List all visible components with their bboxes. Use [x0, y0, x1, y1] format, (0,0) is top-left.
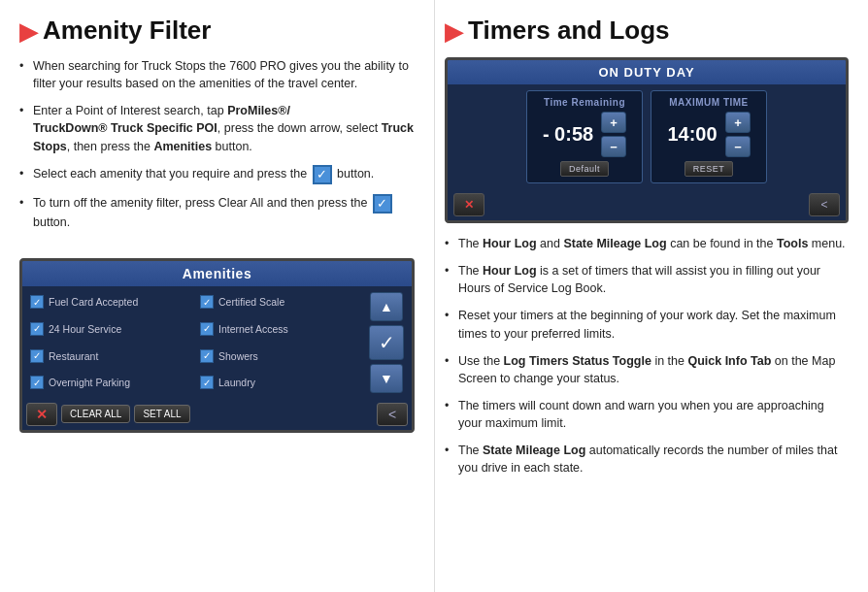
amenity-overnight[interactable]: ✓ Overnight Parking — [28, 371, 195, 395]
amenity-check-fuel: ✓ — [30, 295, 44, 309]
max-time-value: 14:00 — [667, 123, 718, 146]
amenities-close-button[interactable]: ✕ — [26, 403, 57, 426]
amenities-back-button[interactable]: < — [377, 403, 408, 426]
amenity-check-scale: ✓ — [200, 295, 214, 309]
amenity-bullet-list: When searching for Truck Stops the 7600 … — [19, 57, 415, 241]
rbullet-5: The timers will count down and warn you … — [445, 397, 849, 432]
amenity-check-overnight: ✓ — [30, 376, 44, 389]
rbullet-2-text: The Hour Log is a set of timers that wil… — [458, 264, 820, 295]
amenities-body: ✓ Fuel Card Accepted ✓ Certified Scale ✓… — [22, 286, 412, 399]
amenity-check-24hr: ✓ — [30, 322, 44, 336]
amenity-laundry[interactable]: ✓ Laundry — [198, 371, 365, 395]
max-time-panel: MAXIMUM TIME 14:00 + − RESET — [651, 90, 767, 183]
amenity-check-showers: ✓ — [200, 349, 214, 363]
bullet-3: Select each amenity that you require and… — [19, 165, 415, 184]
amenities-scroll: ▲ ✓ ▼ — [365, 290, 408, 395]
rbullet-6-text: The State Mileage Log automatically reco… — [458, 444, 837, 475]
right-panel: ▶ Timers and Logs ON DUTY DAY Time Remai… — [434, 0, 868, 592]
amenities-header: Amenities — [22, 261, 412, 286]
check-icon-1 — [313, 165, 332, 184]
amenity-label-laundry: Laundry — [218, 377, 255, 388]
play-icon: ▶ — [19, 18, 39, 44]
time-remaining-row: - 0:58 + − — [543, 112, 626, 157]
amenity-label-restaurant: Restaurant — [49, 350, 98, 362]
rbullet-2: The Hour Log is a set of timers that wil… — [445, 262, 849, 297]
amenity-label-overnight: Overnight Parking — [49, 377, 130, 388]
bullet-4-text: To turn off the amenity filter, press Cl… — [33, 196, 394, 229]
time-remaining-decrement[interactable]: − — [601, 136, 626, 157]
amenity-internet[interactable]: ✓ Internet Access — [198, 317, 365, 342]
left-panel: ▶ Amenity Filter When searching for Truc… — [0, 0, 434, 592]
rbullet-4: Use the Log Timers Status Toggle in the … — [445, 352, 849, 387]
duty-body: Time Remaining - 0:58 + − Default MAXIMU… — [448, 84, 846, 189]
timers-bullet-list: The Hour Log and State Mileage Log can b… — [445, 235, 849, 486]
amenity-showers[interactable]: ✓ Showers — [198, 344, 365, 368]
rbullet-5-text: The timers will count down and warn you … — [458, 399, 824, 430]
time-remaining-controls: + − — [601, 112, 626, 157]
amenity-label-24hr: 24 Hour Service — [49, 323, 121, 335]
amenity-label-fuel: Fuel Card Accepted — [49, 296, 138, 308]
bullet-1: When searching for Truck Stops the 7600 … — [19, 57, 415, 92]
duty-close-button[interactable]: ✕ — [453, 193, 484, 216]
duty-back-button[interactable]: < — [809, 193, 840, 216]
set-all-button[interactable]: SET ALL — [134, 405, 189, 423]
amenity-fuel-card[interactable]: ✓ Fuel Card Accepted — [28, 290, 195, 314]
max-time-decrement[interactable]: − — [725, 136, 751, 157]
amenity-label-showers: Showers — [218, 350, 258, 362]
default-button[interactable]: Default — [560, 161, 609, 177]
amenities-screen: Amenities ✓ Fuel Card Accepted ✓ Certifi… — [19, 258, 415, 433]
max-time-controls: + − — [725, 112, 751, 157]
rbullet-1-text: The Hour Log and State Mileage Log can b… — [458, 237, 846, 250]
amenity-check-laundry: ✓ — [200, 376, 214, 389]
amenity-filter-heading: Amenity Filter — [43, 16, 211, 46]
bullet-1-text: When searching for Truck Stops the 7600 … — [33, 59, 409, 90]
rbullet-3-text: Reset your timers at the beginning of yo… — [458, 309, 836, 340]
bullet-3-text: Select each amenity that you require and… — [33, 167, 374, 181]
amenities-footer: ✕ CLEAR ALL SET ALL < — [22, 399, 412, 430]
amenity-label-scale: Certified Scale — [218, 296, 284, 308]
max-time-label: MAXIMUM TIME — [669, 97, 749, 108]
timers-logs-heading: Timers and Logs — [468, 16, 670, 46]
time-remaining-increment[interactable]: + — [601, 112, 626, 133]
check-icon-2 — [373, 194, 392, 214]
max-time-row: 14:00 + − — [667, 112, 751, 157]
amenity-check-restaurant: ✓ — [30, 349, 44, 363]
play-icon-right: ▶ — [445, 18, 464, 44]
rbullet-4-text: Use the Log Timers Status Toggle in the … — [458, 354, 835, 385]
amenity-check-internet: ✓ — [200, 322, 214, 336]
amenity-label-internet: Internet Access — [218, 323, 288, 335]
bullet-2: Enter a Point of Interest search, tap Pr… — [19, 102, 415, 154]
scroll-down-button[interactable]: ▼ — [370, 364, 403, 393]
amenities-grid: ✓ Fuel Card Accepted ✓ Certified Scale ✓… — [28, 290, 365, 395]
duty-footer: ✕ < — [448, 189, 846, 220]
clear-all-button[interactable]: CLEAR ALL — [61, 405, 130, 423]
amenity-24hour[interactable]: ✓ 24 Hour Service — [28, 317, 195, 342]
duty-screen: ON DUTY DAY Time Remaining - 0:58 + − De… — [445, 57, 849, 223]
time-remaining-label: Time Remaining — [544, 97, 625, 108]
bullet-4: To turn off the amenity filter, press Cl… — [19, 194, 415, 231]
bullet-2-text: Enter a Point of Interest search, tap Pr… — [33, 104, 414, 152]
scroll-up-button[interactable]: ▲ — [370, 292, 403, 321]
amenity-filter-title: ▶ Amenity Filter — [19, 16, 415, 46]
rbullet-6: The State Mileage Log automatically reco… — [445, 442, 849, 477]
time-remaining-value: - 0:58 — [543, 123, 593, 146]
max-time-increment[interactable]: + — [725, 112, 751, 133]
duty-header: ON DUTY DAY — [448, 60, 846, 84]
rbullet-1: The Hour Log and State Mileage Log can b… — [445, 235, 849, 252]
amenity-restaurant[interactable]: ✓ Restaurant — [28, 344, 195, 368]
reset-button[interactable]: RESET — [684, 161, 734, 177]
amenity-certified-scale[interactable]: ✓ Certified Scale — [198, 290, 365, 314]
time-remaining-panel: Time Remaining - 0:58 + − Default — [526, 90, 643, 183]
rbullet-3: Reset your timers at the beginning of yo… — [445, 307, 849, 342]
timers-logs-title: ▶ Timers and Logs — [445, 16, 849, 46]
confirm-button[interactable]: ✓ — [369, 325, 404, 360]
